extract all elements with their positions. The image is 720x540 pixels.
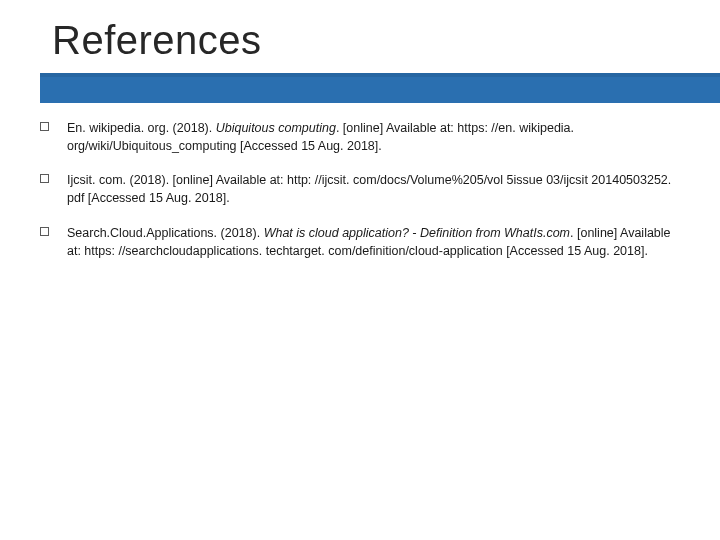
accent-band [0, 73, 720, 103]
reference-text: En. wikipedia. org. (2018). Ubiquitous c… [67, 119, 680, 155]
list-item: Ijcsit. com. (2018). [online] Available … [40, 171, 680, 207]
title-area: References [0, 0, 720, 63]
accent-band-wrap [0, 73, 720, 103]
ref-italic: Ubiquitous computing [216, 121, 336, 135]
bullet-icon [40, 122, 49, 131]
references-list: En. wikipedia. org. (2018). Ubiquitous c… [0, 103, 720, 260]
bullet-icon [40, 227, 49, 236]
reference-text: Ijcsit. com. (2018). [online] Available … [67, 171, 680, 207]
reference-text: Search.Cloud.Applications. (2018). What … [67, 224, 680, 260]
list-item: En. wikipedia. org. (2018). Ubiquitous c… [40, 119, 680, 155]
bullet-icon [40, 174, 49, 183]
slide: References En. wikipedia. org. (2018). U… [0, 0, 720, 540]
accent-band-shadow [40, 73, 720, 77]
page-title: References [52, 18, 720, 63]
ref-prefix: Ijcsit. com. (2018). [online] Available … [67, 173, 671, 205]
accent-band-gap [0, 73, 40, 103]
ref-prefix: En. wikipedia. org. (2018). [67, 121, 216, 135]
ref-italic: What is cloud application? - Definition … [264, 226, 570, 240]
ref-prefix: Search.Cloud.Applications. (2018). [67, 226, 264, 240]
list-item: Search.Cloud.Applications. (2018). What … [40, 224, 680, 260]
